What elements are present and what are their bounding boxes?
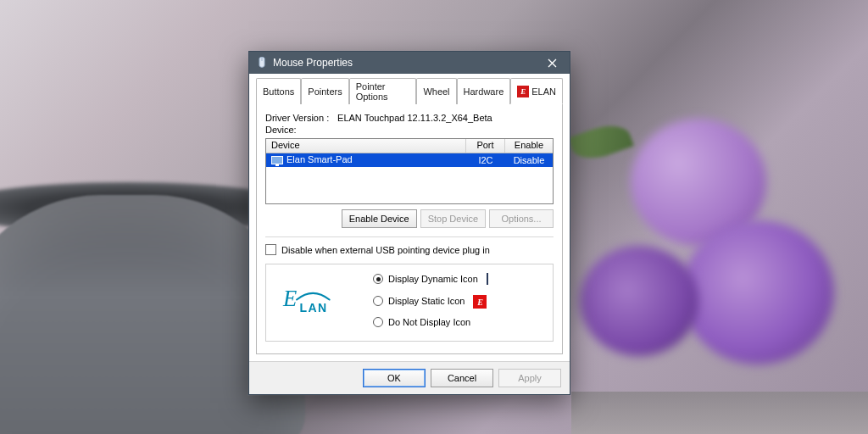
device-button-row: Enable Device Stop Device Options...: [265, 209, 554, 228]
enable-device-button[interactable]: Enable Device: [342, 209, 417, 228]
elan-mini-icon: E: [473, 295, 487, 307]
checkbox-label: Disable when external USB pointing devic…: [281, 245, 490, 255]
divider: [265, 236, 554, 237]
device-row-port: I2C: [466, 155, 505, 165]
device-listview[interactable]: Device Port Enable Elan Smart-Pad I2C Di…: [265, 138, 554, 204]
tab-pointer-options[interactable]: Pointer Options: [349, 78, 417, 104]
radio-label: Display Static Icon: [388, 296, 465, 306]
column-enable[interactable]: Enable: [505, 139, 553, 153]
disable-on-usb-checkbox[interactable]: Disable when external USB pointing devic…: [265, 244, 554, 255]
tray-icon-panel: E LAN Display Dynamic Icon Display Stati…: [265, 264, 554, 342]
cancel-button[interactable]: Cancel: [431, 369, 493, 387]
dialog-client: Buttons Pointers Pointer Options Wheel H…: [249, 74, 570, 361]
monitor-icon: [271, 156, 283, 166]
svg-text:E: E: [282, 286, 297, 311]
radio-icon: [373, 296, 383, 306]
driver-version-row: Driver Version : ELAN Touchpad 12.11.3.2…: [265, 113, 554, 123]
stop-device-button: Stop Device: [420, 209, 486, 228]
monitor-mini-icon: [487, 273, 500, 285]
close-button[interactable]: [539, 54, 565, 71]
dialog-footer: OK Cancel Apply: [249, 361, 570, 394]
tab-buttons[interactable]: Buttons: [256, 78, 301, 104]
radio-label: Do Not Display Icon: [388, 317, 470, 327]
svg-rect-1: [275, 164, 279, 166]
device-row-name: Elan Smart-Pad: [266, 154, 466, 165]
apply-button: Apply: [498, 369, 561, 387]
tab-strip: Buttons Pointers Pointer Options Wheel H…: [256, 77, 563, 104]
radio-icon: [373, 274, 383, 284]
device-row[interactable]: Elan Smart-Pad I2C Disable: [266, 153, 553, 167]
tab-panel-elan: Driver Version : ELAN Touchpad 12.11.3.2…: [256, 104, 563, 354]
titlebar[interactable]: Mouse Properties: [249, 52, 570, 74]
tab-hardware[interactable]: Hardware: [457, 78, 511, 104]
radio-label: Display Dynamic Icon: [388, 274, 478, 284]
column-device[interactable]: Device: [266, 139, 466, 153]
device-row-enable: Disable: [505, 155, 553, 165]
svg-text:LAN: LAN: [300, 301, 328, 314]
tab-pointers[interactable]: Pointers: [301, 78, 348, 104]
driver-version-label: Driver Version :: [265, 113, 335, 123]
radio-icon: [373, 317, 383, 327]
tab-wheel[interactable]: Wheel: [416, 78, 456, 104]
tab-elan[interactable]: E ELAN: [510, 78, 563, 104]
radio-no-icon[interactable]: Do Not Display Icon: [373, 317, 500, 327]
elan-logo: E LAN: [276, 273, 349, 332]
elan-icon: E: [517, 86, 529, 97]
listview-header: Device Port Enable: [266, 139, 553, 153]
driver-version-value: ELAN Touchpad 12.11.3.2_X64_Beta: [337, 113, 492, 123]
mouse-icon: [256, 57, 268, 69]
column-port[interactable]: Port: [466, 139, 505, 153]
tray-icon-radios: Display Dynamic Icon Display Static Icon…: [373, 273, 500, 332]
svg-rect-0: [272, 156, 283, 164]
dialog-title: Mouse Properties: [273, 57, 539, 69]
device-label: Device:: [265, 125, 554, 135]
checkbox-icon: [265, 244, 276, 255]
ok-button[interactable]: OK: [363, 369, 426, 387]
mouse-properties-dialog: Mouse Properties Buttons Pointers Pointe…: [248, 51, 570, 395]
options-button: Options...: [489, 209, 554, 228]
radio-static-icon[interactable]: Display Static Icon E: [373, 295, 500, 307]
radio-dynamic-icon[interactable]: Display Dynamic Icon: [373, 273, 500, 285]
